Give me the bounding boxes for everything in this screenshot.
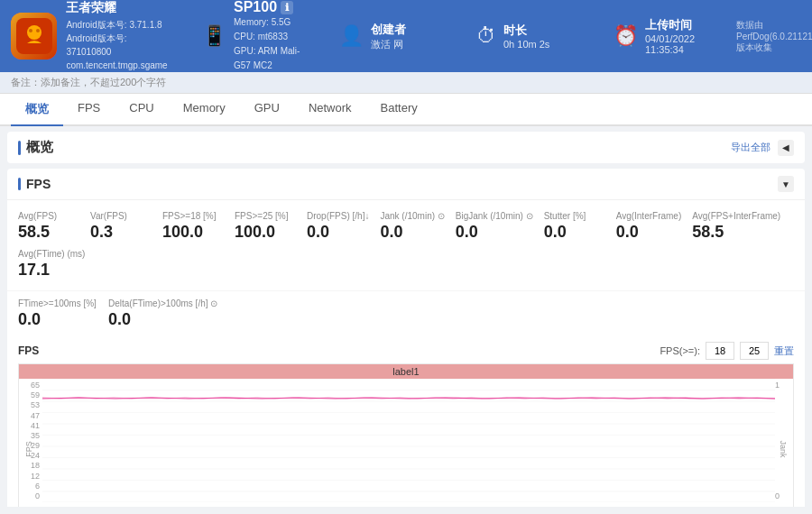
stat-drop-fps: Drop(FPS) [/h]↓ 0.0 [307, 207, 380, 245]
stat-var-fps: Var(FPS) 0.3 [90, 207, 162, 245]
tab-fps[interactable]: FPS [63, 94, 115, 126]
main-content: 概览 导出全部 ◀ FPS ▼ Avg(FPS) 58.5 Var(FPS) 0… [0, 126, 812, 507]
nav-tabs: 概览 FPS CPU Memory GPU Network Battery [0, 94, 812, 126]
stat-jank: Jank (/10min) ⊙ 0.0 [380, 207, 455, 245]
fps-collapse-btn[interactable]: ▼ [778, 176, 794, 192]
app-name: 王者荣耀 [66, 0, 173, 16]
fps-threshold-2-input[interactable] [740, 342, 769, 360]
chart-header: FPS FPS(>=): 重置 [18, 336, 794, 363]
app-icon [11, 13, 57, 60]
upload-info: 上传时间 04/01/2022 11:35:34 [645, 17, 722, 55]
overview-section: 概览 导出全部 ◀ [7, 132, 805, 163]
fps-stats-row1: Avg(FPS) 58.5 Var(FPS) 0.3 FPS>=18 [%] 1… [7, 200, 805, 290]
stat-stutter: Stutter [%] 0.0 [544, 207, 616, 245]
header: 王者荣耀 Android版本号: 3.71.1.8 Android版本号: 37… [0, 0, 812, 72]
chart-reset-button[interactable]: 重置 [774, 344, 794, 358]
chart-body: 65 59 53 47 41 35 29 24 18 12 6 0 [19, 379, 793, 507]
creator-icon: 👤 [339, 24, 364, 48]
device-section: 📱 SP100 ℹ Memory: 5.5G CPU: mt6833 GPU: … [202, 0, 310, 73]
chart-controls: FPS(>=): 重置 [660, 342, 794, 360]
app-info: 王者荣耀 Android版本号: 3.71.1.8 Android版本号: 37… [11, 0, 173, 72]
clock-icon: ⏱ [476, 24, 496, 48]
duration-section: ⏱ 时长 0h 10m 2s [476, 23, 585, 50]
stat-avg-ftime: Avg(FTime) (ms) 17.1 [18, 245, 96, 283]
tab-overview[interactable]: 概览 [11, 94, 63, 126]
tab-network[interactable]: Network [294, 94, 366, 126]
fps-chart-svg [42, 379, 775, 502]
stat-delta-ftime: Delta(FTime)>100ms [/h] ⊙ 0.0 [108, 295, 228, 333]
stat-avg-fps-inter: Avg(FPS+InterFrame) 58.5 [692, 207, 791, 245]
svg-point-2 [29, 29, 32, 32]
version-notice: 数据由PerfDog(6.0.211212)版本收集 [736, 19, 812, 54]
sp-info: SP100 ℹ Memory: 5.5G CPU: mt6833 GPU: AR… [234, 0, 310, 73]
fps-section-header: FPS ▼ [7, 169, 805, 200]
stat-fps-25: FPS>=25 [%] 100.0 [235, 207, 307, 245]
app-details: 王者荣耀 Android版本号: 3.71.1.8 Android版本号: 37… [66, 0, 173, 72]
duration-info: 时长 0h 10m 2s [503, 23, 549, 50]
tab-memory[interactable]: Memory [169, 94, 240, 126]
stat-fps-18: FPS>=18 [%] 100.0 [162, 207, 235, 245]
stat-ftime-100: FTime>=100ms [%] 0.0 [18, 295, 108, 333]
note-bar: 备注：添加备注，不超过200个字符 [0, 72, 812, 94]
tab-gpu[interactable]: GPU [240, 94, 294, 126]
export-button[interactable]: 导出全部 [731, 141, 770, 154]
overview-title: 概览 [18, 139, 53, 156]
r-axis-title: Jank [778, 440, 787, 457]
fps-chart-section: FPS FPS(>=): 重置 label1 65 59 53 [7, 336, 805, 507]
stat-avg-fps: Avg(FPS) 58.5 [18, 207, 90, 245]
svg-point-3 [36, 29, 40, 32]
fps-title: FPS [18, 177, 51, 191]
app-meta: Android版本号: 3.71.1.8 Android版本号: 3710108… [66, 18, 173, 72]
device-icon: 📱 [202, 24, 226, 48]
tab-battery[interactable]: Battery [366, 94, 432, 126]
creator-info: 创建者 激活 网 [371, 22, 406, 51]
overview-header: 概览 导出全部 ◀ [7, 132, 805, 163]
svg-point-1 [27, 25, 42, 40]
creator-section: 👤 创建者 激活 网 [339, 22, 448, 51]
stat-bigjank: BigJank (/10min) ⊙ 0.0 [456, 207, 544, 245]
chart-title: FPS [18, 344, 39, 357]
upload-section: ⏰ 上传时间 04/01/2022 11:35:34 [614, 17, 722, 55]
fps-stats-row2: FTime>=100ms [%] 0.0 Delta(FTime)>100ms … [7, 290, 805, 336]
chart-label-bar: label1 [19, 364, 793, 379]
tab-cpu[interactable]: CPU [115, 94, 168, 126]
fps-threshold-1-input[interactable] [706, 342, 734, 360]
stat-avg-interframe: Avg(InterFrame) 0.0 [616, 207, 693, 245]
upload-icon: ⏰ [614, 24, 638, 48]
fps-section: FPS ▼ Avg(FPS) 58.5 Var(FPS) 0.3 FPS>=18… [7, 169, 805, 507]
l-axis-title: FPS [24, 441, 33, 457]
overview-collapse-btn[interactable]: ◀ [778, 140, 794, 156]
fps-chart-container: label1 65 59 53 47 41 35 29 24 18 12 [18, 363, 794, 507]
